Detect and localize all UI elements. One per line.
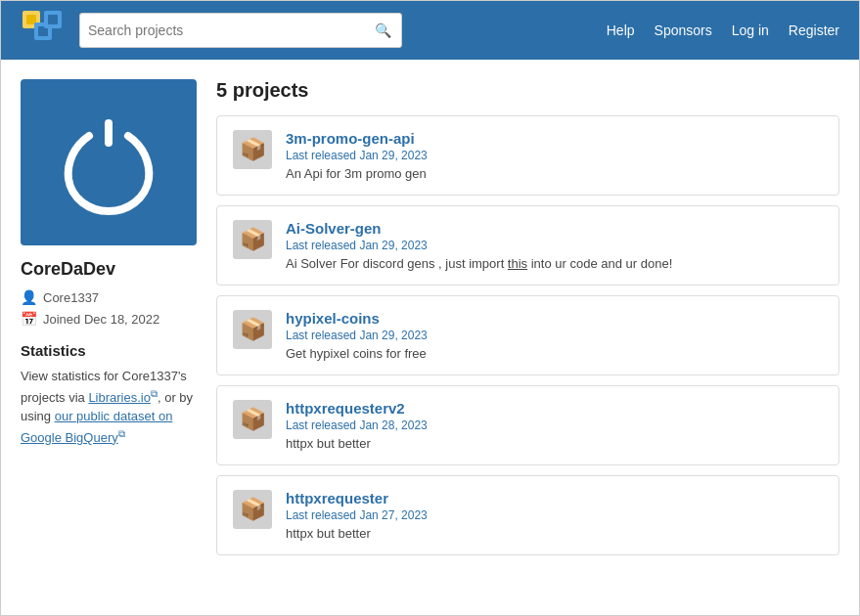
projects-count: 5 projects: [216, 79, 839, 102]
projects-section: 5 projects 📦 3m-promo-gen-api Last relea…: [216, 79, 839, 565]
joined-item: 📅 Joined Dec 18, 2022: [21, 311, 197, 327]
project-thumb-icon-3: 📦: [240, 407, 266, 432]
project-desc-3: httpx but better: [286, 436, 823, 451]
project-name-4[interactable]: httpxrequester: [286, 490, 388, 506]
external-icon-1: ⧉: [151, 388, 158, 399]
profile-name: CoreDaDev: [21, 259, 197, 280]
profile-image-box: [21, 79, 197, 245]
project-info-0: 3m-promo-gen-api Last released Jan 29, 2…: [286, 130, 823, 181]
project-info-2: hypixel-coins Last released Jan 29, 2023…: [286, 310, 823, 361]
project-thumb-4: 📦: [233, 490, 272, 529]
search-input[interactable]: [88, 22, 373, 38]
project-date-4: Last released Jan 27, 2023: [286, 508, 823, 522]
stats-text: View statistics for Core1337's projects …: [21, 367, 197, 448]
project-date-3: Last released Jan 28, 2023: [286, 418, 823, 432]
stats-section: Statistics View statistics for Core1337'…: [21, 342, 197, 448]
main-content: CoreDaDev 👤 Core1337 📅 Joined Dec 18, 20…: [1, 60, 859, 585]
header-nav: Help Sponsors Log in Register: [607, 22, 839, 38]
project-card-2: 📦 hypixel-coins Last released Jan 29, 20…: [216, 295, 839, 375]
joined-label: Joined Dec 18, 2022: [43, 312, 159, 327]
project-name-0[interactable]: 3m-promo-gen-api: [286, 130, 415, 147]
nav-help[interactable]: Help: [607, 22, 635, 38]
project-thumb-icon-2: 📦: [240, 317, 266, 342]
logo: [21, 9, 64, 52]
libraries-io-link[interactable]: Libraries.io: [88, 390, 151, 405]
project-info-3: httpxrequesterv2 Last released Jan 28, 2…: [286, 400, 823, 451]
header: 🔍 Help Sponsors Log in Register: [1, 1, 859, 60]
project-thumb-1: 📦: [233, 220, 272, 259]
project-card-3: 📦 httpxrequesterv2 Last released Jan 28,…: [216, 385, 839, 465]
project-date-0: Last released Jan 29, 2023: [286, 149, 823, 162]
stats-title: Statistics: [21, 342, 197, 359]
user-icon: 👤: [21, 289, 37, 305]
profile-meta: 👤 Core1337 📅 Joined Dec 18, 2022: [21, 289, 197, 327]
project-desc-2: Get hypixel coins for free: [286, 346, 823, 361]
project-thumb-icon-1: 📦: [240, 227, 266, 252]
project-thumb-3: 📦: [233, 400, 272, 439]
project-info-1: Ai-Solver-gen Last released Jan 29, 2023…: [286, 220, 823, 271]
username-label: Core1337: [43, 290, 99, 305]
search-bar[interactable]: 🔍: [79, 13, 402, 48]
project-card-4: 📦 httpxrequester Last released Jan 27, 2…: [216, 475, 839, 555]
project-thumb-0: 📦: [233, 130, 272, 169]
svg-rect-2: [26, 15, 36, 24]
sidebar: CoreDaDev 👤 Core1337 📅 Joined Dec 18, 20…: [21, 79, 197, 565]
project-date-2: Last released Jan 29, 2023: [286, 329, 823, 342]
nav-register[interactable]: Register: [789, 22, 839, 38]
project-date-1: Last released Jan 29, 2023: [286, 239, 823, 252]
nav-sponsors[interactable]: Sponsors: [655, 22, 712, 38]
project-name-3[interactable]: httpxrequesterv2: [286, 400, 405, 417]
project-thumb-2: 📦: [233, 310, 272, 349]
project-desc-4: httpx but better: [286, 526, 823, 541]
nav-login[interactable]: Log in: [732, 22, 769, 38]
project-name-2[interactable]: hypixel-coins: [286, 310, 380, 327]
project-info-4: httpxrequester Last released Jan 27, 202…: [286, 490, 823, 541]
calendar-icon: 📅: [21, 311, 37, 327]
username-item: 👤 Core1337: [21, 289, 197, 305]
project-thumb-icon-0: 📦: [240, 137, 266, 162]
external-icon-2: ⧉: [118, 428, 125, 439]
project-name-1[interactable]: Ai-Solver-gen: [286, 220, 382, 237]
search-button[interactable]: 🔍: [373, 22, 393, 38]
project-thumb-icon-4: 📦: [240, 497, 266, 522]
project-desc-0: An Api for 3m promo gen: [286, 166, 823, 181]
svg-rect-6: [48, 15, 58, 24]
project-card-1: 📦 Ai-Solver-gen Last released Jan 29, 20…: [216, 205, 839, 286]
project-desc-1: Ai Solver For discord gens , just import…: [286, 256, 823, 271]
project-card-0: 📦 3m-promo-gen-api Last released Jan 29,…: [216, 115, 839, 196]
